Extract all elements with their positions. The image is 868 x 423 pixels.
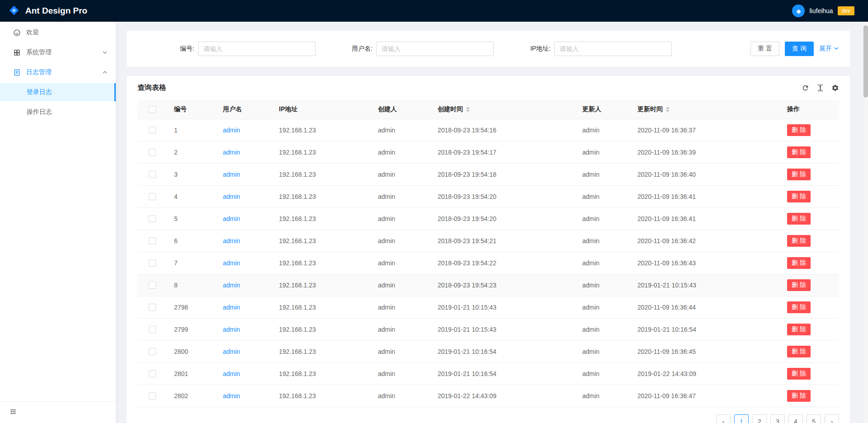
cell-created-time: 2019-01-21 10:15:43 <box>430 296 575 318</box>
sort-icons[interactable] <box>466 107 470 112</box>
cell-ip: 192.168.1.23 <box>272 141 371 163</box>
sort-icons[interactable] <box>666 107 670 112</box>
row-checkbox-cell <box>137 362 167 385</box>
reset-button[interactable]: 重 置 <box>750 42 779 56</box>
delete-button[interactable]: 删 除 <box>787 279 811 291</box>
username-link[interactable]: admin <box>223 237 240 244</box>
row-checkbox[interactable] <box>149 171 156 178</box>
page-scrollbar-thumb[interactable] <box>863 25 868 98</box>
cell-ip: 192.168.1.23 <box>272 163 371 185</box>
delete-button[interactable]: 删 除 <box>787 257 811 269</box>
page-button[interactable]: 1 <box>734 414 749 423</box>
cell-creator: admin <box>371 230 430 252</box>
username-link[interactable]: admin <box>223 326 240 333</box>
user-avatar[interactable]: ◆ <box>792 5 805 17</box>
header-user-area[interactable]: ◆ liufeihua dev <box>792 5 861 17</box>
cell-updated-time: 2019-01-21 10:16:54 <box>630 318 780 340</box>
username-link[interactable]: admin <box>223 392 240 400</box>
delete-button[interactable]: 删 除 <box>787 191 811 202</box>
delete-button[interactable]: 删 除 <box>787 324 811 335</box>
cell-updater: admin <box>575 163 630 185</box>
sidebar-item-system-management[interactable]: 系统管理 <box>0 43 116 61</box>
smile-icon <box>13 29 21 37</box>
cell-ip: 192.168.1.23 <box>272 385 371 407</box>
column-height-icon[interactable] <box>816 84 824 92</box>
username-link[interactable]: admin <box>223 259 240 267</box>
delete-button[interactable]: 删 除 <box>787 235 811 247</box>
table-row: 7 admin 192.168.1.23 admin 2018-09-23 19… <box>137 252 839 274</box>
page-button[interactable]: 3 <box>770 414 785 423</box>
row-checkbox[interactable] <box>149 149 156 156</box>
page-button[interactable]: 4 <box>788 414 803 423</box>
page-scrollbar-track[interactable] <box>863 22 868 423</box>
reload-icon[interactable] <box>802 84 809 92</box>
column-header-creator: 创建人 <box>371 100 430 119</box>
row-checkbox[interactable] <box>149 370 156 377</box>
column-header-updated-time[interactable]: 更新时间 <box>630 100 780 119</box>
sidebar-item-login-log[interactable]: 登录日志 <box>0 83 116 101</box>
delete-button[interactable]: 删 除 <box>787 169 811 180</box>
row-checkbox[interactable] <box>149 193 156 200</box>
cell-actions: 删 除 <box>780 207 839 230</box>
sidebar-item-operation-log[interactable]: 操作日志 <box>0 103 116 121</box>
cell-updated-time: 2020-11-09 16:36:44 <box>630 296 780 318</box>
sidebar-item-label: 欢迎 <box>26 28 108 37</box>
cell-ip: 192.168.1.23 <box>272 252 371 274</box>
cell-id: 1 <box>167 119 216 141</box>
row-checkbox[interactable] <box>149 348 156 355</box>
next-page-button[interactable]: › <box>825 414 839 423</box>
query-button[interactable]: 查 询 <box>785 42 814 56</box>
username-link[interactable]: admin <box>223 171 240 178</box>
delete-button[interactable]: 删 除 <box>787 124 811 136</box>
row-checkbox[interactable] <box>149 127 156 134</box>
delete-button[interactable]: 删 除 <box>787 346 811 357</box>
row-checkbox[interactable] <box>149 304 156 311</box>
cell-updated-time: 2020-11-09 16:36:42 <box>630 230 780 252</box>
delete-button[interactable]: 删 除 <box>787 390 811 402</box>
username-link[interactable]: admin <box>223 193 240 200</box>
username-link[interactable]: admin <box>223 149 240 156</box>
username-input[interactable] <box>376 42 494 56</box>
sidebar-item-log-management[interactable]: 日志管理 <box>0 63 116 81</box>
app-logo-area[interactable]: Ant Design Pro <box>7 4 87 19</box>
page-button[interactable]: 2 <box>752 414 767 423</box>
chevron-down-icon <box>102 50 108 55</box>
id-input[interactable] <box>198 42 316 56</box>
row-checkbox[interactable] <box>149 392 156 400</box>
settings-gear-icon[interactable] <box>831 84 839 92</box>
username-link[interactable]: admin <box>223 282 240 289</box>
cell-updater: admin <box>575 141 630 163</box>
username-link[interactable]: admin <box>223 215 240 222</box>
delete-button[interactable]: 删 除 <box>787 213 811 225</box>
row-checkbox[interactable] <box>149 215 156 222</box>
prev-page-button[interactable]: ‹ <box>716 414 731 423</box>
select-all-checkbox[interactable] <box>149 106 156 113</box>
username-link[interactable]: admin <box>223 370 240 377</box>
username-link[interactable]: admin <box>223 127 240 134</box>
row-checkbox[interactable] <box>149 326 156 333</box>
delete-button[interactable]: 删 除 <box>787 146 811 158</box>
log-file-icon <box>13 69 21 76</box>
ip-input[interactable] <box>554 42 672 56</box>
row-checkbox[interactable] <box>149 282 156 289</box>
table-header-row: 编号 用户名 IP地址 创建人 创建时间 更新人 更新时间 操作 <box>137 100 839 119</box>
table-row: 8 admin 192.168.1.23 admin 2018-09-23 19… <box>137 274 839 296</box>
row-checkbox[interactable] <box>149 259 156 267</box>
row-checkbox[interactable] <box>149 237 156 244</box>
column-header-created-time[interactable]: 创建时间 <box>430 100 575 119</box>
delete-button[interactable]: 删 除 <box>787 368 811 380</box>
sidebar-collapse-trigger[interactable] <box>0 401 116 423</box>
select-all-cell <box>137 100 167 119</box>
page-button[interactable]: 5 <box>807 414 821 423</box>
cell-actions: 删 除 <box>780 362 839 385</box>
sidebar-menu: 欢迎 系统管理 日志管理 <box>0 22 116 401</box>
expand-link[interactable]: 展开 <box>819 45 839 53</box>
cell-creator: admin <box>371 340 430 362</box>
cell-created-time: 2018-09-23 19:54:18 <box>430 163 575 185</box>
username-link[interactable]: admin <box>223 304 240 311</box>
cell-id: 2802 <box>167 385 216 407</box>
delete-button[interactable]: 删 除 <box>787 301 811 313</box>
cell-updated-time: 2020-11-09 16:36:37 <box>630 119 780 141</box>
sidebar-item-welcome[interactable]: 欢迎 <box>0 24 116 42</box>
username-link[interactable]: admin <box>223 348 240 355</box>
